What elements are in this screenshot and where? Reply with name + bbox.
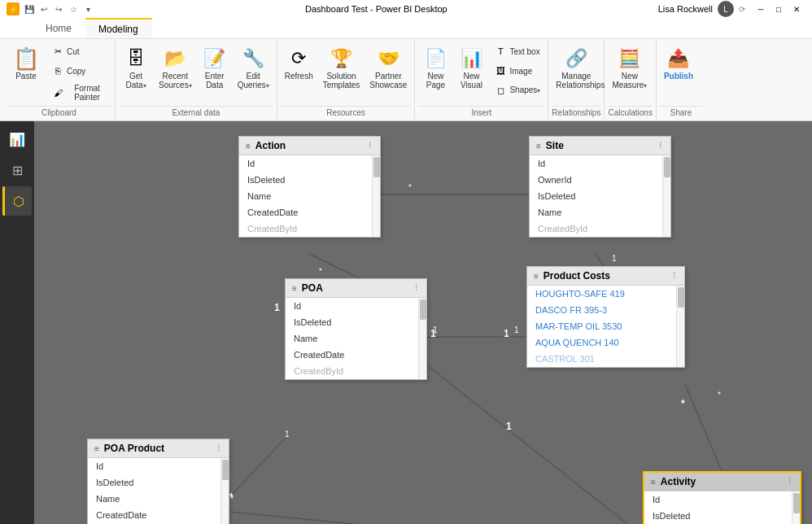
- table-poa-product[interactable]: ≡ POA Product ⋮ Id IsDeleted Name Create…: [87, 439, 229, 524]
- edit-queries-button[interactable]: 🔧 EditQueries▾: [234, 42, 273, 94]
- svg-line-11: [229, 439, 285, 497]
- table-site[interactable]: ≡ Site ⋮ Id OwnerId IsDeleted Name Creat…: [529, 136, 671, 238]
- scroll-thumb: [420, 299, 426, 320]
- list-item: CreatedById: [286, 363, 426, 379]
- close-btn[interactable]: ✕: [788, 0, 805, 18]
- table-icon: ≡: [292, 284, 297, 293]
- edit-queries-label: EditQueries▾: [238, 72, 269, 90]
- table-action[interactable]: ≡ Action ⋮ Id IsDeleted Name CreatedDate…: [238, 136, 381, 238]
- nav-report[interactable]: 📊: [2, 124, 32, 154]
- text-box-icon: T: [494, 45, 507, 58]
- svg-line-16: [685, 384, 722, 471]
- new-visual-button[interactable]: 📊 NewVisual: [454, 42, 488, 93]
- list-item: AQUA QUENCH 140: [527, 334, 684, 351]
- rel-label: *: [681, 398, 685, 409]
- tab-modeling[interactable]: Modeling: [85, 18, 152, 38]
- user-avatar[interactable]: L: [718, 1, 734, 17]
- list-item: Name: [286, 330, 426, 347]
- table-activity[interactable]: ≡ Activity ⋮ Id IsDeleted Name RecordTyp…: [643, 471, 801, 524]
- table-action-header: ≡ Action ⋮: [239, 137, 380, 155]
- scrollbar[interactable]: [418, 298, 426, 379]
- list-item: MAR-TEMP OIL 3530: [527, 318, 684, 334]
- pbi-logo: ⚡: [7, 2, 20, 15]
- redo-btn[interactable]: ↪: [52, 2, 65, 15]
- svg-text:*: *: [319, 267, 322, 276]
- recent-sources-button[interactable]: 📂 RecentSources▾: [155, 42, 196, 94]
- cut-button[interactable]: ✂ Cut: [47, 42, 111, 60]
- dropdown-btn[interactable]: ▾: [81, 2, 94, 15]
- table-poa-header: ≡ POA ⋮: [286, 279, 426, 298]
- relationships-items: 🔗 ManageRelationships: [552, 42, 600, 104]
- scrollbar[interactable]: [372, 155, 380, 237]
- recent-sources-icon: 📂: [162, 46, 188, 72]
- scrollbar[interactable]: [676, 286, 684, 367]
- table-icon: ≡: [534, 272, 539, 281]
- image-label: Image: [509, 67, 532, 76]
- svg-line-4: [596, 254, 604, 266]
- maximize-btn[interactable]: □: [770, 0, 788, 18]
- table-poa[interactable]: ≡ POA ⋮ Id IsDeleted Name CreatedDate Cr…: [285, 278, 427, 380]
- rel-label: 1: [430, 328, 436, 339]
- enter-data-button[interactable]: 📝 EnterData: [198, 42, 232, 93]
- list-item: CreatedDate: [239, 204, 380, 221]
- manage-relationships-button[interactable]: 🔗 ManageRelationships: [552, 42, 600, 93]
- list-item: IsDeleted: [88, 474, 229, 491]
- table-site-resize[interactable]: ⋮: [657, 142, 664, 150]
- new-visual-label: NewVisual: [461, 72, 482, 90]
- table-action-name: Action: [255, 140, 286, 151]
- get-data-button[interactable]: 🗄 GetData▾: [119, 42, 153, 94]
- refresh-button[interactable]: ⟳ Refresh: [281, 42, 317, 84]
- scrollbar[interactable]: [792, 491, 800, 524]
- minimize-btn[interactable]: ─: [752, 0, 770, 18]
- undo-btn[interactable]: ↩: [37, 2, 50, 15]
- table-poa-product-resize[interactable]: ⋮: [215, 444, 222, 452]
- image-button[interactable]: 🖼 Image: [490, 62, 544, 80]
- save-btn[interactable]: 💾: [23, 2, 36, 15]
- solution-templates-button[interactable]: 🏆 SolutionTemplates: [319, 42, 365, 93]
- insert-label: Insert: [418, 106, 544, 119]
- custom-btn[interactable]: ☆: [67, 2, 80, 15]
- shapes-button[interactable]: ◻ Shapes▾: [490, 81, 544, 99]
- copy-button[interactable]: ⎘ Copy: [47, 62, 111, 80]
- scrollbar[interactable]: [662, 155, 670, 237]
- text-box-button[interactable]: T Text box: [490, 42, 544, 60]
- table-activity-resize[interactable]: ⋮: [786, 478, 793, 486]
- edit-queries-icon: 🔧: [240, 46, 266, 72]
- list-item: Name: [88, 491, 229, 507]
- list-item: IsDeleted: [530, 188, 670, 204]
- list-item: CreatedById: [530, 221, 670, 237]
- publish-button[interactable]: 📤 Publish: [660, 42, 697, 84]
- svg-text:1: 1: [514, 325, 519, 334]
- quick-access-toolbar: 💾 ↩ ↪ ☆ ▾: [23, 2, 94, 15]
- shapes-icon: ◻: [494, 84, 507, 97]
- refresh-label: Refresh: [285, 72, 313, 81]
- table-action-resize[interactable]: ⋮: [366, 142, 373, 150]
- partner-showcase-button[interactable]: 🤝 PartnerShowcase: [365, 42, 411, 93]
- nav-model[interactable]: ⬡: [2, 186, 32, 216]
- scrollbar[interactable]: [220, 458, 229, 524]
- table-product-costs[interactable]: ≡ Product Costs ⋮ HOUGHTO-SAFE 419 DASCO…: [526, 266, 685, 368]
- nav-data[interactable]: ⊞: [2, 155, 32, 185]
- new-visual-icon: 📊: [458, 46, 484, 72]
- svg-line-14: [229, 512, 643, 524]
- paste-icon: 📋: [13, 46, 39, 72]
- list-item: Name: [239, 188, 380, 204]
- new-measure-label: NewMeasure▾: [612, 72, 647, 90]
- table-product-costs-resize[interactable]: ⋮: [670, 272, 678, 280]
- window-controls: ─ □ ✕: [752, 0, 805, 18]
- format-painter-button[interactable]: 🖌 Format Painter: [47, 81, 111, 104]
- left-nav: 📊 ⊞ ⬡: [0, 121, 34, 524]
- new-page-button[interactable]: 📄 NewPage: [418, 42, 452, 93]
- canvas[interactable]: * * 1 1 1 1 * 1 * *: [34, 121, 812, 524]
- table-activity-header: ≡ Activity ⋮: [644, 473, 800, 491]
- cut-icon: ✂: [51, 45, 64, 58]
- ribbon-group-resources: ⟳ Refresh 🏆 SolutionTemplates 🤝 PartnerS…: [277, 41, 416, 119]
- list-item: Id: [644, 491, 800, 508]
- paste-button[interactable]: 📋 Paste: [7, 42, 46, 84]
- new-measure-button[interactable]: 🧮 NewMeasure▾: [608, 42, 651, 94]
- rel-label: *: [229, 491, 234, 503]
- text-box-label: Text box: [509, 47, 539, 56]
- tab-home[interactable]: Home: [33, 18, 85, 38]
- table-poa-resize[interactable]: ⋮: [413, 284, 420, 292]
- scroll-thumb: [373, 157, 380, 177]
